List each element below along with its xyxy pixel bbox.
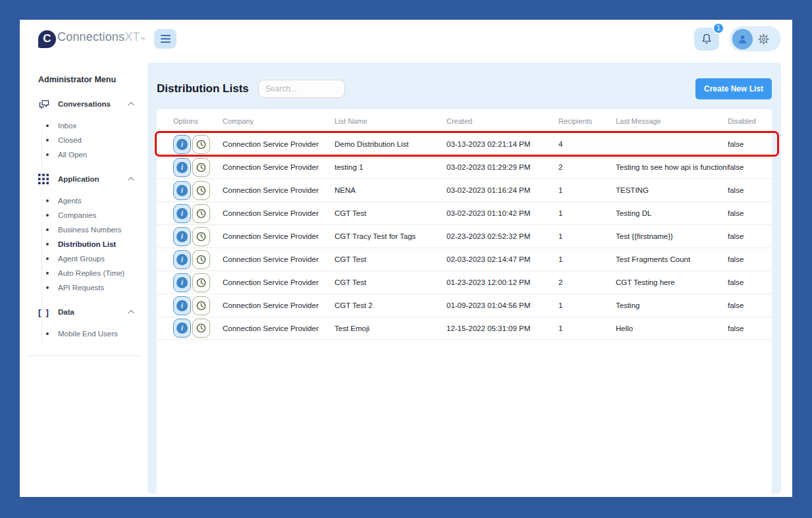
schedule-button[interactable]	[192, 181, 210, 200]
schedule-button[interactable]	[192, 158, 210, 177]
cell-disabled: false	[728, 140, 772, 148]
bullet-icon	[46, 286, 49, 289]
info-button[interactable]: i	[173, 135, 191, 154]
sidebar-section-data: [ ] Data Mobile End Users	[20, 299, 148, 345]
table-row[interactable]: i Connection Service Provider Test Emoji…	[157, 317, 772, 340]
clock-icon	[196, 185, 207, 196]
table-row[interactable]: i Connection Service Provider testing 1 …	[157, 155, 772, 178]
schedule-button[interactable]	[192, 250, 210, 269]
info-icon: i	[176, 277, 188, 288]
cell-company: Connection Service Provider	[223, 209, 335, 217]
sidebar-item-inbox[interactable]: Inbox	[20, 118, 148, 133]
sidebar-item-label: Auto Replies (Time)	[58, 269, 124, 277]
bullet-icon	[46, 153, 49, 156]
notifications-button[interactable]: 1	[694, 28, 719, 51]
sidebar-item-agents[interactable]: Agents	[20, 194, 148, 208]
sidebar-item-all-open[interactable]: All Open	[20, 147, 148, 162]
brand-suffix: XT	[124, 30, 140, 44]
cell-list-name: Demo Distribution List	[335, 140, 447, 148]
search-input[interactable]	[258, 80, 345, 98]
sidebar-item-business-numbers[interactable]: Business Numbers	[20, 222, 148, 237]
main-area: Distribution Lists Create New List Optio…	[148, 58, 792, 497]
schedule-button[interactable]	[192, 227, 210, 246]
cell-recipients: 1	[558, 186, 616, 194]
info-icon: i	[176, 300, 188, 311]
cell-created: 03-13-2023 02:21:14 PM	[447, 140, 558, 148]
table-row[interactable]: i Connection Service Provider NENA 03-02…	[157, 178, 772, 201]
schedule-button[interactable]	[192, 296, 210, 315]
create-new-list-button[interactable]: Create New List	[695, 78, 772, 99]
info-button[interactable]: i	[173, 250, 191, 269]
clock-icon	[196, 300, 207, 311]
distribution-lists-table: Options Company List Name Created Recipi…	[157, 109, 772, 494]
section-label: Conversations	[58, 100, 111, 108]
column-header-created: Created	[447, 117, 558, 125]
cell-disabled: false	[728, 209, 772, 217]
table-header-row: Options Company List Name Created Recipi…	[157, 109, 772, 132]
bullet-icon	[46, 124, 49, 127]
gear-icon[interactable]	[757, 33, 770, 45]
cell-recipients: 1	[558, 209, 616, 217]
clock-icon	[196, 231, 207, 242]
cell-list-name: CGT Test 2	[335, 301, 447, 309]
info-button[interactable]: i	[173, 296, 191, 315]
sidebar-item-auto-replies-time-[interactable]: Auto Replies (Time)	[20, 266, 148, 280]
schedule-button[interactable]	[192, 319, 210, 338]
info-button[interactable]: i	[173, 227, 191, 246]
app-window: C Connections XT ™ 1	[20, 20, 792, 497]
table-row[interactable]: i Connection Service Provider CGT Tracy …	[157, 224, 772, 247]
sidebar-section-header-application[interactable]: Application	[20, 166, 148, 192]
cell-last-message: TESTING	[616, 186, 728, 194]
hamburger-menu-icon[interactable]	[154, 29, 176, 49]
sidebar-divider	[26, 355, 141, 356]
sidebar-item-api-requests[interactable]: API Requests	[20, 280, 148, 295]
cell-recipients: 4	[558, 140, 616, 148]
bullet-icon	[46, 214, 49, 217]
sidebar-item-label: All Open	[58, 151, 87, 159]
table-row[interactable]: i Connection Service Provider CGT Test 0…	[157, 201, 772, 224]
info-button[interactable]: i	[173, 319, 191, 338]
info-icon: i	[176, 208, 188, 219]
sidebar-section-header-conversations[interactable]: Conversations	[20, 91, 148, 117]
table-row[interactable]: i Connection Service Provider CGT Test 0…	[157, 247, 772, 271]
cell-created: 01-09-2023 01:04:56 PM	[447, 301, 558, 309]
schedule-button[interactable]	[192, 204, 210, 223]
page-title: Distribution Lists	[157, 82, 249, 95]
sidebar-item-companies[interactable]: Companies	[20, 208, 148, 222]
sidebar-item-mobile-end-users[interactable]: Mobile End Users	[20, 326, 148, 341]
avatar[interactable]	[732, 29, 753, 49]
info-button[interactable]: i	[173, 158, 191, 177]
cell-disabled: false	[728, 278, 772, 286]
sidebar-item-distribution-list[interactable]: Distribution List	[20, 237, 148, 251]
sidebar-item-label: Agent Groups	[58, 255, 105, 263]
sidebar-section-header-data[interactable]: [ ] Data	[20, 299, 148, 325]
chevron-up-icon	[128, 101, 134, 108]
cell-disabled: false	[728, 163, 772, 171]
cell-disabled: false	[728, 255, 772, 263]
cell-recipients: 1	[558, 255, 616, 263]
cell-company: Connection Service Provider	[223, 140, 335, 148]
sidebar-item-agent-groups[interactable]: Agent Groups	[20, 251, 148, 266]
info-button[interactable]: i	[173, 273, 191, 292]
clock-icon	[196, 254, 207, 265]
cell-last-message: Testing DL	[616, 209, 728, 217]
info-icon: i	[176, 139, 188, 150]
schedule-button[interactable]	[192, 273, 210, 292]
sidebar-item-label: API Requests	[58, 284, 104, 292]
info-button[interactable]: i	[173, 204, 191, 223]
table-row[interactable]: i Connection Service Provider Demo Distr…	[157, 132, 772, 155]
sidebar-item-label: Distribution List	[58, 240, 116, 248]
brackets-icon: [ ]	[38, 306, 51, 318]
bullet-icon	[46, 199, 49, 202]
column-header-disabled: Disabled	[728, 117, 772, 125]
cell-last-message: Hello	[616, 324, 728, 332]
cell-created: 03-02-2023 01:29:29 PM	[447, 163, 558, 171]
bullet-icon	[46, 272, 49, 274]
cell-disabled: false	[728, 301, 772, 309]
table-row[interactable]: i Connection Service Provider CGT Test 0…	[157, 271, 772, 294]
table-row[interactable]: i Connection Service Provider CGT Test 2…	[157, 294, 772, 317]
info-button[interactable]: i	[173, 181, 191, 200]
column-header-options: Options	[173, 117, 223, 125]
sidebar-item-closed[interactable]: Closed	[20, 133, 148, 147]
schedule-button[interactable]	[192, 135, 210, 154]
